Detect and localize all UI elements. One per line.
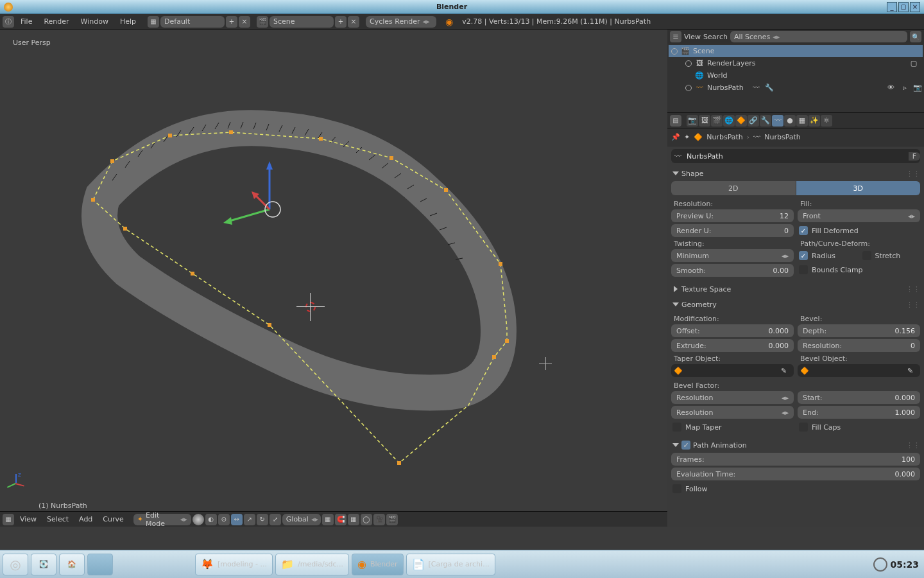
- home-icon[interactable]: 🏠: [59, 554, 85, 575]
- y-axis-arrow[interactable]: [230, 209, 270, 221]
- screen-layout-dropdown[interactable]: Default: [160, 16, 225, 28]
- vp-menu-select[interactable]: Select: [42, 514, 73, 525]
- panel-texture-space-header[interactable]: Texture Space⋮⋮: [671, 283, 920, 295]
- menu-render[interactable]: Render: [38, 16, 74, 27]
- task-filemanager[interactable]: 📁/media/sdc...: [275, 554, 349, 575]
- fill-deformed-check[interactable]: ✓Fill Deformed: [798, 224, 920, 237]
- scene-icon[interactable]: 🎬: [257, 16, 268, 28]
- stretch-check[interactable]: Stretch: [861, 249, 921, 262]
- taper-object-field[interactable]: 🔶✎: [671, 364, 794, 377]
- outliner-view-menu[interactable]: View: [684, 33, 701, 41]
- vp-menu-add[interactable]: Add: [74, 514, 97, 525]
- expand-icon[interactable]: [685, 85, 692, 91]
- fake-user-button[interactable]: F: [909, 152, 920, 161]
- mode-dropdown[interactable]: ✦ Edit Mode ◂▸: [133, 514, 191, 525]
- layers-icon[interactable]: ▦: [322, 514, 334, 525]
- shape-3d-button[interactable]: 3D: [796, 181, 921, 195]
- evaluation-time-field[interactable]: Evaluation Time:0.000: [671, 468, 920, 480]
- disk-icon[interactable]: 💽: [31, 554, 56, 575]
- scene-dropdown[interactable]: Scene: [270, 16, 334, 28]
- datablock-name-input[interactable]: [684, 152, 909, 161]
- panel-path-animation-header[interactable]: ✓ Path Animation⋮⋮: [671, 439, 920, 451]
- bounds-clamp-check[interactable]: Bounds Clamp: [798, 263, 920, 276]
- outliner-search-icon[interactable]: 🔍: [910, 31, 921, 42]
- shading-sphere-icon[interactable]: [193, 514, 204, 525]
- manipulator-scale[interactable]: ⤢: [270, 514, 281, 525]
- renderable-icon[interactable]: 📷: [912, 83, 923, 93]
- screen-layout-icon[interactable]: ▦: [148, 16, 159, 28]
- breadcrumb-data[interactable]: NurbsPath: [764, 133, 801, 141]
- outliner-editor-icon[interactable]: ☰: [670, 31, 681, 42]
- render-engine-dropdown[interactable]: Cycles Render ◂▸: [366, 16, 436, 28]
- render-preview-icon[interactable]: 🎥: [373, 514, 385, 525]
- fill-caps-check[interactable]: Fill Caps: [798, 421, 920, 434]
- frames-field[interactable]: Frames:100: [671, 453, 920, 466]
- bevel-end-field[interactable]: End:1.000: [798, 406, 920, 419]
- orientation-dropdown[interactable]: Global◂▸: [282, 514, 321, 525]
- manipulator-translate[interactable]: ↗: [244, 514, 255, 525]
- visibility-icon[interactable]: 👁: [886, 83, 896, 93]
- expand-icon[interactable]: [671, 48, 678, 55]
- volume-icon[interactable]: [873, 557, 887, 572]
- close-button[interactable]: ×: [910, 2, 920, 12]
- manipulator-toggle[interactable]: ↔: [231, 514, 243, 525]
- panel-shape-header[interactable]: Shape⋮⋮: [671, 167, 920, 180]
- offset-field[interactable]: Offset:0.000: [671, 324, 794, 337]
- tab-texture[interactable]: ▦: [796, 115, 808, 127]
- tab-physics[interactable]: ⚛: [821, 115, 832, 127]
- bevel-resolution-field[interactable]: Resolution:0: [798, 339, 920, 352]
- selectable-icon[interactable]: ▹: [900, 83, 910, 93]
- tab-modifiers[interactable]: 🔧: [760, 115, 771, 127]
- show-desktop-button[interactable]: [87, 554, 113, 575]
- twist-mode-dropdown[interactable]: Minimum◂▸: [671, 249, 794, 262]
- start-menu-button[interactable]: ◎: [3, 554, 28, 575]
- menu-window[interactable]: Window: [76, 16, 114, 27]
- task-writer[interactable]: 📄[Carga de archi...: [406, 554, 495, 575]
- snap-mode-icon[interactable]: ▦: [348, 514, 359, 525]
- menu-file[interactable]: File: [15, 16, 37, 27]
- manipulator-center[interactable]: [265, 202, 280, 217]
- layout-remove-button[interactable]: ×: [239, 16, 250, 28]
- pivot-icon[interactable]: ⊙: [218, 514, 230, 525]
- bevel-factor-mode-start[interactable]: Resolution◂▸: [671, 391, 794, 404]
- outliner-row-renderlayers[interactable]: 🖼 RenderLayers ▢: [669, 57, 923, 69]
- viewport-editor-icon[interactable]: ▦: [3, 514, 14, 525]
- tab-scene[interactable]: 🎬: [711, 115, 723, 127]
- maximize-button[interactable]: ▢: [898, 2, 909, 12]
- preview-u-field[interactable]: Preview U:12: [671, 209, 794, 222]
- smooth-field[interactable]: Smooth:0.00: [671, 264, 794, 277]
- tab-material[interactable]: ●: [784, 115, 796, 127]
- breadcrumb-object[interactable]: NurbsPath: [706, 133, 743, 141]
- tab-object[interactable]: 🔶: [735, 115, 747, 127]
- task-blender[interactable]: ◉Blender: [352, 554, 404, 575]
- outliner-search-menu[interactable]: Search: [703, 33, 728, 41]
- shading-matcap-icon[interactable]: ◐: [205, 514, 217, 525]
- layout-add-button[interactable]: +: [226, 16, 237, 28]
- expand-icon[interactable]: [685, 60, 692, 67]
- radius-check[interactable]: ✓Radius: [798, 249, 857, 262]
- proportional-icon[interactable]: ◯: [361, 514, 372, 525]
- scene-remove-button[interactable]: ×: [348, 16, 359, 28]
- x-axis-arrow[interactable]: [255, 195, 270, 209]
- 3d-viewport[interactable]: User Persp: [0, 30, 667, 527]
- pin-icon[interactable]: 📌: [671, 133, 680, 141]
- taskbar-clock[interactable]: 05:23: [890, 559, 919, 570]
- follow-check[interactable]: Follow: [671, 482, 920, 495]
- tab-render[interactable]: 📷: [687, 115, 698, 127]
- outliner-row-scene[interactable]: 🎬 Scene: [669, 45, 923, 57]
- editor-type-icon[interactable]: ⓘ: [3, 16, 14, 28]
- minimize-button[interactable]: _: [887, 2, 897, 12]
- vp-menu-view[interactable]: View: [15, 514, 41, 525]
- render-anim-icon[interactable]: 🎬: [386, 514, 398, 525]
- manipulator-rotate[interactable]: ↻: [257, 514, 268, 525]
- outliner-filter-dropdown[interactable]: All Scenes◂▸: [730, 31, 907, 42]
- exclude-icon[interactable]: ▢: [909, 58, 919, 69]
- render-u-field[interactable]: Render U:0: [671, 224, 794, 237]
- bevel-object-field[interactable]: 🔶✎: [798, 364, 920, 377]
- tab-particles[interactable]: ✨: [809, 115, 820, 127]
- panel-geometry-header[interactable]: Geometry⋮⋮: [671, 298, 920, 311]
- properties-editor-icon[interactable]: ▤: [670, 115, 681, 127]
- tab-renderlayers[interactable]: 🖼: [699, 115, 710, 127]
- scene-add-button[interactable]: +: [335, 16, 346, 28]
- bevel-factor-mode-end[interactable]: Resolution◂▸: [671, 406, 794, 419]
